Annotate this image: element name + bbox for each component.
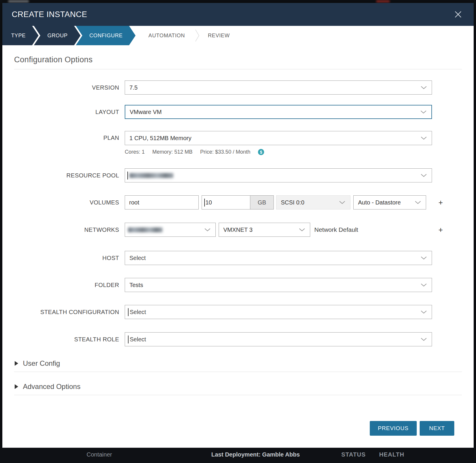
text-cursor [127,172,128,180]
layout-value: VMware VM [130,109,162,115]
add-network-interface-button[interactable]: + [437,226,444,234]
layout-select[interactable]: VMware VM [125,105,432,119]
text-cursor [128,308,129,316]
field-row-plan: PLAN 1 CPU, 512MB Memory Cores: 1 Memory… [14,131,462,155]
host-label: HOST [14,255,119,261]
modal-header: CREATE INSTANCE [2,3,474,26]
step-label: CONFIGURE [89,33,122,39]
background-bottom-strip: Container Last Deployment: Gamble Abbs S… [0,448,476,463]
background-text: STATUS [341,451,366,458]
text-cursor [128,335,129,343]
stealth-role-select[interactable]: Select [125,332,432,346]
resource-pool-label: RESOURCE POOL [14,172,119,179]
field-row-resource-pool: RESOURCE POOL [14,168,462,182]
plan-memory: Memory: 512 MB [152,149,193,155]
chevron-down-icon [339,201,345,204]
stealth-configuration-value: Select [130,309,146,316]
chevron-down-icon [421,136,427,140]
plan-select[interactable]: 1 CPU, 512MB Memory [125,131,432,145]
field-row-stealth-configuration: STEALTH CONFIGURATION Select [14,305,462,319]
section-title: Configuration Options [14,55,462,64]
plan-label: PLAN [14,135,119,141]
volume-size-input[interactable]: 10 [202,195,250,209]
networks-label: NETWORKS [14,227,119,233]
field-row-networks: NETWORKS VMXNET 3 Network Defa [14,223,462,237]
caret-right-icon [15,384,18,389]
close-icon [454,15,462,19]
background-text: Container [87,451,112,458]
background-text: HEALTH [379,451,404,458]
volume-datastore-select[interactable]: Auto - Datastore [353,195,426,209]
plan-value: 1 CPU, 512MB Memory [129,135,191,142]
divider [14,69,462,69]
user-config-label: User Config [23,359,60,368]
redacted-value [129,173,173,178]
create-instance-modal: CREATE INSTANCE TYPE GROUP CONFIGURE AUT… [2,3,474,448]
chevron-down-icon [421,283,427,287]
step-automation[interactable]: AUTOMATION [131,26,197,45]
divider [14,372,462,372]
network-adapter-select[interactable]: VMXNET 3 [219,223,310,237]
next-button[interactable]: NEXT [420,421,454,436]
host-select[interactable]: Select [125,251,432,265]
host-value: Select [129,255,146,261]
step-label: REVIEW [208,33,230,39]
caret-right-icon [15,361,18,366]
user-config-expander[interactable]: User Config [14,359,462,368]
step-configure[interactable]: CONFIGURE [76,26,135,45]
volume-controller-value: SCSI 0:0 [281,199,304,206]
volume-datastore-value: Auto - Datastore [358,199,401,206]
stealth-role-value: Select [130,336,146,343]
volume-name-input[interactable] [125,195,199,209]
configure-panel: Configuration Options VERSION 7.5 LAYOUT [2,45,474,448]
chevron-down-icon [421,174,427,177]
network-adapter-value: VMXNET 3 [223,227,253,233]
version-select[interactable]: 7.5 [125,80,432,95]
step-label: GROUP [47,33,67,39]
version-value: 7.5 [129,84,138,91]
background-top-strip [0,0,476,3]
version-label: VERSION [14,84,119,91]
folder-select[interactable]: Tests [125,278,432,292]
redacted-value [128,227,163,232]
step-review[interactable]: REVIEW [200,26,242,45]
network-default-note: Network Default [314,226,358,233]
stealth-configuration-label: STEALTH CONFIGURATION [14,309,119,316]
field-row-stealth-role: STEALTH ROLE Select [14,332,462,346]
background-artifact [8,0,29,3]
volume-controller-select[interactable]: SCSI 0:0 [276,195,350,209]
modal-title: CREATE INSTANCE [12,10,87,19]
field-row-volumes: VOLUMES 10 GB SCSI 0:0 Au [14,195,462,209]
previous-button[interactable]: PREVIOUS [370,421,417,436]
background-artifact [376,0,390,3]
field-row-host: HOST Select [14,251,462,265]
divider [14,395,462,395]
chevron-down-icon [299,228,305,231]
network-select[interactable] [125,223,216,237]
step-group[interactable]: GROUP [34,26,80,45]
close-button[interactable] [453,9,463,19]
resource-pool-select[interactable] [125,168,432,182]
field-row-layout: LAYOUT VMware VM [14,105,462,119]
folder-value: Tests [129,282,143,288]
stealth-configuration-select[interactable]: Select [125,305,432,319]
background-text: Last Deployment: Gamble Abbs [211,451,300,458]
chevron-down-icon [421,310,427,314]
plan-price: Price: $33.50 / Month [200,149,250,155]
modal-footer: PREVIOUS NEXT [14,421,462,436]
chevron-down-icon [421,86,427,89]
advanced-options-expander[interactable]: Advanced Options [14,383,462,391]
chevron-down-icon [204,228,211,231]
folder-label: FOLDER [14,282,119,288]
volumes-label: VOLUMES [14,199,119,206]
field-row-version: VERSION 7.5 [14,80,462,95]
step-label: AUTOMATION [148,33,185,39]
plan-details: Cores: 1 Memory: 512 MB Price: $33.50 / … [125,149,432,155]
volume-size-value: 10 [205,199,212,206]
layout-label: LAYOUT [14,109,119,115]
step-type[interactable]: TYPE [2,26,38,45]
add-volume-button[interactable]: + [437,199,444,206]
plan-cores: Cores: 1 [125,149,145,155]
wizard-steps: TYPE GROUP CONFIGURE AUTOMATION REVIEW [2,26,474,45]
chevron-down-icon [415,201,421,204]
